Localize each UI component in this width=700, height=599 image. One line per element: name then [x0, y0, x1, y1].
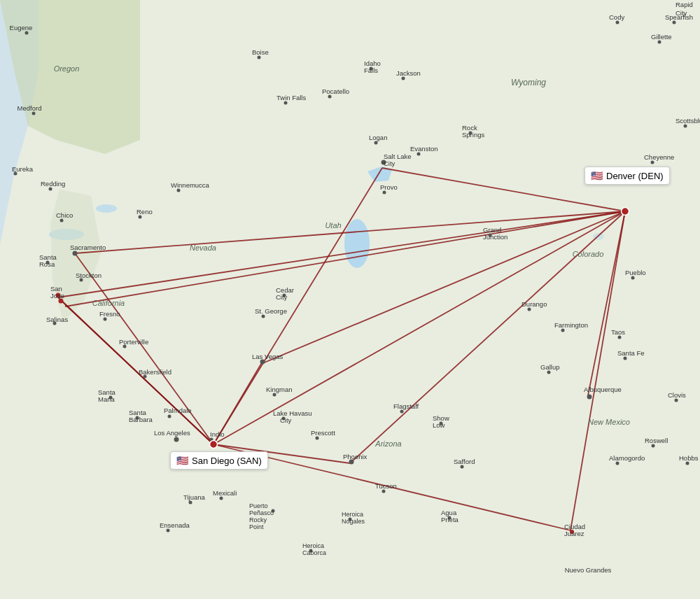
- svg-text:Barbara: Barbara: [129, 416, 153, 423]
- svg-text:California: California: [92, 299, 125, 307]
- svg-text:Colorado: Colorado: [573, 250, 604, 258]
- svg-text:City: City: [276, 293, 288, 301]
- svg-text:Lake Havasu: Lake Havasu: [273, 409, 312, 417]
- svg-point-42: [177, 189, 181, 192]
- svg-point-67: [587, 395, 592, 400]
- svg-text:Los Angeles: Los Angeles: [154, 429, 190, 437]
- svg-text:Tucson: Tucson: [375, 482, 397, 490]
- svg-text:Logan: Logan: [369, 134, 387, 141]
- svg-text:Las Vegas: Las Vegas: [252, 353, 284, 360]
- svg-text:Farmington: Farmington: [554, 321, 588, 329]
- svg-text:Point: Point: [249, 523, 264, 530]
- svg-text:Jose: Jose: [50, 292, 64, 300]
- svg-text:Heroica: Heroica: [342, 511, 363, 518]
- svg-text:Redding: Redding: [41, 180, 65, 188]
- svg-point-38: [168, 415, 172, 418]
- svg-point-85: [684, 125, 687, 128]
- svg-text:Prescott: Prescott: [311, 429, 335, 437]
- svg-point-69: [400, 410, 404, 414]
- svg-text:Utah: Utah: [325, 221, 341, 230]
- denver-airport-label: 🇺🇸 Denver (DEN): [584, 167, 670, 185]
- svg-point-22: [25, 31, 29, 35]
- svg-text:Kingman: Kingman: [266, 386, 293, 393]
- svg-text:Oregon: Oregon: [54, 64, 80, 73]
- svg-text:Low: Low: [433, 421, 445, 429]
- svg-point-76: [167, 529, 170, 533]
- svg-point-77: [461, 465, 464, 469]
- svg-point-57: [383, 191, 386, 195]
- svg-text:Jackson: Jackson: [396, 69, 421, 77]
- svg-text:Sacramento: Sacramento: [70, 244, 106, 251]
- svg-point-81: [616, 462, 620, 465]
- svg-text:Ensenada: Ensenada: [160, 521, 190, 529]
- svg-text:City: City: [280, 416, 292, 424]
- svg-text:Tijuana: Tijuana: [183, 493, 206, 501]
- svg-point-58: [417, 153, 421, 156]
- svg-text:Palmdale: Palmdale: [164, 407, 192, 414]
- svg-point-52: [328, 95, 332, 99]
- svg-text:Caborca: Caborca: [302, 549, 326, 556]
- svg-text:Eureka: Eureka: [12, 165, 34, 173]
- svg-text:Cheyenne: Cheyenne: [644, 153, 674, 161]
- svg-point-26: [60, 219, 64, 223]
- svg-point-50: [258, 56, 261, 59]
- svg-text:Juárez: Juárez: [564, 530, 584, 537]
- svg-text:Pocatello: Pocatello: [322, 87, 349, 95]
- svg-point-65: [561, 329, 565, 332]
- svg-text:Fresno: Fresno: [99, 310, 120, 318]
- svg-point-87: [616, 21, 620, 24]
- denver-flag-icon: 🇺🇸: [591, 170, 603, 181]
- svg-text:Eugene: Eugene: [10, 24, 33, 31]
- svg-text:Falls: Falls: [364, 66, 378, 74]
- svg-text:Nogales: Nogales: [342, 518, 365, 525]
- svg-point-44: [273, 393, 276, 397]
- svg-point-51: [284, 101, 288, 105]
- svg-point-61: [528, 308, 531, 311]
- svg-text:Durango: Durango: [522, 300, 547, 308]
- svg-text:Hobbs: Hobbs: [679, 454, 699, 462]
- svg-text:Rocky: Rocky: [249, 516, 267, 523]
- svg-text:Cody: Cody: [609, 13, 624, 21]
- svg-text:Springs: Springs: [462, 131, 484, 139]
- svg-point-70: [382, 490, 386, 493]
- san-diego-flag-icon: 🇺🇸: [176, 455, 188, 466]
- svg-text:Alamogordo: Alamogordo: [609, 454, 645, 462]
- svg-text:Phoenix: Phoenix: [343, 453, 368, 460]
- svg-text:Stockton: Stockton: [76, 272, 102, 279]
- svg-point-74: [220, 497, 223, 500]
- svg-point-23: [32, 112, 36, 115]
- svg-point-64: [624, 357, 627, 360]
- svg-text:Clovis: Clovis: [668, 391, 686, 399]
- svg-point-75: [189, 501, 192, 505]
- svg-point-41: [139, 216, 142, 219]
- svg-point-63: [618, 336, 622, 339]
- map-container: Eugene Oregon Medford Eureka Redding Chi…: [0, 0, 700, 599]
- svg-text:Prieta: Prieta: [441, 516, 459, 523]
- svg-point-62: [631, 276, 635, 280]
- svg-text:Flagstaff: Flagstaff: [393, 402, 419, 410]
- svg-text:Junction: Junction: [483, 233, 507, 241]
- svg-text:Medford: Medford: [18, 104, 42, 112]
- svg-text:Indio: Indio: [210, 430, 225, 438]
- svg-point-55: [402, 77, 405, 80]
- map-svg: Eugene Oregon Medford Eureka Redding Chi…: [0, 0, 700, 599]
- svg-text:Winnemucca: Winnemucca: [171, 181, 210, 189]
- svg-text:Albuquerque: Albuquerque: [584, 386, 622, 393]
- svg-text:Maria: Maria: [98, 395, 115, 403]
- svg-text:Puerto: Puerto: [249, 502, 268, 509]
- svg-text:Salinas: Salinas: [46, 316, 68, 323]
- svg-point-3: [96, 204, 117, 213]
- svg-point-27: [73, 251, 78, 256]
- svg-point-86: [658, 41, 662, 44]
- svg-point-25: [49, 188, 52, 191]
- svg-text:City: City: [384, 160, 396, 167]
- svg-point-48: [262, 315, 265, 318]
- svg-point-33: [104, 318, 107, 321]
- svg-text:Arizona: Arizona: [374, 439, 401, 448]
- svg-text:Gallup: Gallup: [540, 363, 559, 371]
- svg-text:Evanston: Evanston: [410, 145, 438, 153]
- svg-text:Nuevo Grandes: Nuevo Grandes: [565, 566, 612, 574]
- svg-text:Roswell: Roswell: [645, 437, 668, 444]
- svg-text:Nevada: Nevada: [190, 244, 216, 252]
- svg-text:New Mexico: New Mexico: [588, 418, 630, 426]
